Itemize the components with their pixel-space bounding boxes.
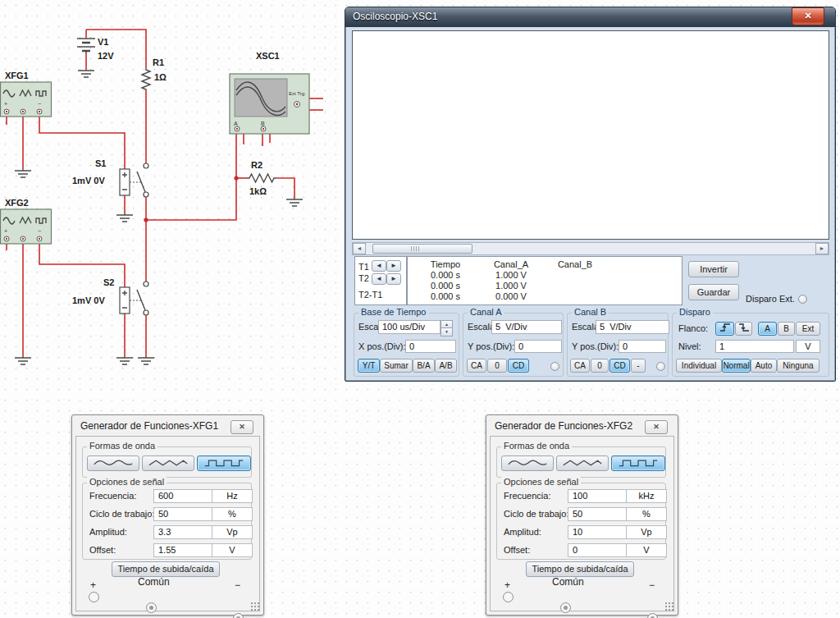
switch-s2[interactable]: S2 1mV 0V <box>72 277 148 315</box>
rising-edge-button[interactable] <box>715 322 734 336</box>
triangle-wave-button[interactable] <box>556 455 609 471</box>
scroll-left-icon[interactable]: ◄ <box>353 243 366 254</box>
falling-edge-button[interactable] <box>735 322 752 336</box>
square-wave-button[interactable] <box>197 455 251 471</box>
fg2-duty-field[interactable]: 50 <box>568 507 627 521</box>
rise-fall-time-button[interactable]: Tiempo de subida/caída <box>526 561 634 577</box>
channel-b-minus-button[interactable]: - <box>631 359 646 373</box>
switch-s1[interactable]: S1 1mV 0V <box>72 158 148 197</box>
trigger-auto-button[interactable]: Auto <box>751 359 777 373</box>
fg2-offset-field[interactable]: 0 <box>568 543 627 557</box>
spinner-down-icon[interactable]: ▼ <box>441 327 453 336</box>
timebase-scale-field[interactable]: 100 us/Div <box>378 320 441 334</box>
wire-junction <box>144 217 148 222</box>
channel-b-ac-button[interactable]: CA <box>570 359 590 373</box>
sine-wave-button[interactable] <box>501 455 554 471</box>
scroll-right-icon[interactable]: ► <box>815 243 829 254</box>
fg1-offset-field[interactable]: 1.55 <box>153 543 212 557</box>
triangle-wave-button[interactable] <box>142 455 194 471</box>
scope-hscrollbar[interactable]: ◄ ► <box>352 242 829 255</box>
fg2-waveform-group: Formas de onda <box>496 446 666 478</box>
function-generator-xfg1-icon[interactable]: +− XFG1 <box>1 71 52 117</box>
ext-trigger-radio[interactable] <box>798 295 807 304</box>
sine-wave-icon <box>506 458 549 468</box>
fg2-plus-label: + <box>504 579 510 591</box>
t1-left-arrow-button[interactable]: ◄ <box>372 260 386 272</box>
channel-a-radio[interactable] <box>550 362 559 371</box>
resize-grip[interactable] <box>664 602 674 611</box>
resize-grip[interactable] <box>250 602 260 611</box>
square-wave-icon <box>203 458 245 468</box>
trigger-source-ext-button[interactable]: Ext <box>796 322 820 336</box>
oscilloscope-titlebar[interactable]: Osciloscopio-XSC1 <box>345 7 835 27</box>
ba-mode-button[interactable]: B/A <box>413 359 435 373</box>
fg1-minus-terminal <box>233 613 244 618</box>
r1-value-label: 1Ω <box>154 72 167 82</box>
rise-fall-time-button[interactable]: Tiempo de subida/caída <box>112 561 220 577</box>
trigger-normal-button[interactable]: Normal <box>722 359 751 373</box>
timebase-pos-field[interactable]: 0 <box>405 340 456 353</box>
channel-a-pin-label: A <box>234 121 238 126</box>
close-icon[interactable]: ✕ <box>792 7 824 25</box>
sine-wave-button[interactable] <box>87 455 139 471</box>
multisim-workspace: V1 12V R1 1Ω S1 1mV 0V S2 <box>0 0 840 618</box>
yt-mode-button[interactable]: Y/T <box>358 359 380 373</box>
xfg1-label: XFG1 <box>5 71 29 80</box>
fg2-amplitude-unit: Vp <box>626 525 667 539</box>
sum-mode-button[interactable]: Sumar <box>380 359 413 373</box>
channel-a-legend: Canal A <box>468 307 504 317</box>
wire <box>276 178 294 198</box>
t2-left-arrow-button[interactable]: ◄ <box>372 273 386 285</box>
trigger-source-a-button[interactable]: A <box>758 322 777 336</box>
channel-b-zero-button[interactable]: 0 <box>591 359 609 373</box>
trigger-none-button[interactable]: Ninguna <box>777 359 819 373</box>
trigger-level-field[interactable]: 1 <box>715 340 794 353</box>
ground-icon <box>116 213 133 222</box>
fg1-waveform-group: Formas de onda <box>82 446 252 478</box>
ab-mode-button[interactable]: A/B <box>435 359 457 373</box>
fg2-waveform-legend: Formas de onda <box>501 441 572 451</box>
channel-a-pos-field[interactable]: 0 <box>514 340 562 353</box>
ext-trigger-label: Disparo Ext. <box>746 294 795 304</box>
scrollbar-thumb[interactable] <box>372 244 472 254</box>
t2-right-arrow-button[interactable]: ► <box>386 273 401 285</box>
oscilloscope-xsc1-icon[interactable]: Ext Trg. A B XSC1 <box>230 51 309 134</box>
fg2-freq-field[interactable]: 100 <box>568 489 627 503</box>
fg2-offset-unit: V <box>626 543 667 557</box>
channel-a-ac-button[interactable]: CA <box>467 359 486 373</box>
svg-text:+: + <box>4 101 7 107</box>
svg-text:−: − <box>38 228 41 234</box>
fg1-amplitude-unit: Vp <box>212 525 253 539</box>
fg1-freq-label: Frecuencia: <box>89 491 136 501</box>
xfg2-label: XFG2 <box>5 198 29 208</box>
fg1-minus-label: − <box>235 579 240 591</box>
fg2-amplitude-field[interactable]: 10 <box>568 525 627 539</box>
s1-value-label: 1mV 0V <box>72 176 105 185</box>
close-icon[interactable]: ✕ <box>645 420 668 434</box>
trigger-single-button[interactable]: Individual <box>676 359 722 373</box>
resistor-r2[interactable]: R2 1kΩ <box>247 160 276 196</box>
channel-a-zero-button[interactable]: 0 <box>487 359 507 373</box>
channel-a-scale-field[interactable]: 5 V/Div <box>491 320 562 334</box>
trigger-group: Disparo Flanco: A B Ext Nivel: 1 V Indiv… <box>672 313 829 377</box>
function-generator-xfg2-icon[interactable]: +− XFG2 <box>1 198 52 244</box>
scope-display <box>352 30 829 240</box>
invert-button[interactable]: Invertir <box>688 261 739 277</box>
trigger-source-b-button[interactable]: B <box>778 322 795 336</box>
channel-b-scale-field[interactable]: 5 V/Div <box>596 320 669 334</box>
channel-a-dc-button[interactable]: CD <box>508 359 529 373</box>
channel-b-dc-button[interactable]: CD <box>609 359 630 373</box>
fg1-freq-field[interactable]: 600 <box>153 489 212 503</box>
fg1-duty-field[interactable]: 50 <box>153 507 212 521</box>
channel-b-pos-field[interactable]: 0 <box>619 340 666 353</box>
square-wave-button[interactable] <box>611 455 665 471</box>
save-button[interactable]: Guardar <box>688 284 739 300</box>
channel-b-radio[interactable] <box>656 362 665 371</box>
t1-right-arrow-button[interactable]: ► <box>386 260 401 272</box>
fg2-minus-terminal <box>647 613 658 618</box>
s1-name-label: S1 <box>95 158 106 168</box>
function-generator-xfg1-window: Generador de Funciones-XFG1 ✕ Formas de … <box>71 414 264 616</box>
fg1-amplitude-field[interactable]: 3.3 <box>153 525 212 539</box>
close-icon[interactable]: ✕ <box>231 420 253 434</box>
battery-v1[interactable]: V1 12V <box>77 37 114 61</box>
